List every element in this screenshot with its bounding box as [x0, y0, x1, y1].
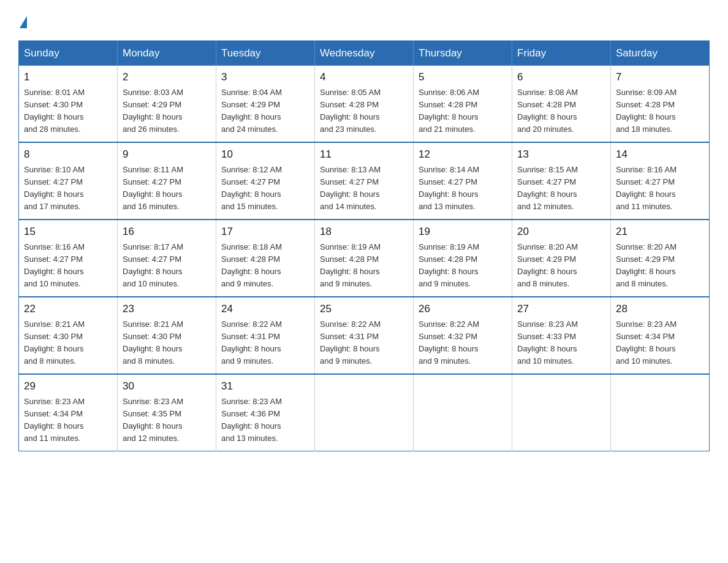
- calendar-cell: 11 Sunrise: 8:13 AMSunset: 4:27 PMDaylig…: [315, 142, 414, 220]
- page-header: [18, 12, 710, 28]
- header-tuesday: Tuesday: [216, 41, 315, 66]
- day-number: 16: [123, 224, 211, 240]
- day-info: Sunrise: 8:23 AMSunset: 4:35 PMDaylight:…: [123, 397, 183, 443]
- day-number: 5: [419, 69, 507, 85]
- day-number: 14: [616, 147, 704, 163]
- day-info: Sunrise: 8:18 AMSunset: 4:28 PMDaylight:…: [221, 242, 282, 288]
- day-number: 31: [221, 378, 309, 394]
- calendar-cell: 2 Sunrise: 8:03 AMSunset: 4:29 PMDayligh…: [118, 66, 216, 142]
- calendar-cell: [512, 374, 611, 451]
- calendar-table: SundayMondayTuesdayWednesdayThursdayFrid…: [18, 40, 710, 451]
- calendar-cell: 5 Sunrise: 8:06 AMSunset: 4:28 PMDayligh…: [414, 66, 512, 142]
- day-number: 12: [419, 147, 507, 163]
- day-info: Sunrise: 8:20 AMSunset: 4:29 PMDaylight:…: [517, 242, 578, 288]
- day-info: Sunrise: 8:16 AMSunset: 4:27 PMDaylight:…: [616, 165, 677, 211]
- day-info: Sunrise: 8:22 AMSunset: 4:31 PMDaylight:…: [221, 320, 282, 366]
- day-info: Sunrise: 8:01 AMSunset: 4:30 PMDaylight:…: [24, 88, 85, 134]
- day-number: 1: [24, 69, 112, 85]
- day-number: 6: [517, 69, 605, 85]
- day-number: 10: [221, 147, 309, 163]
- day-info: Sunrise: 8:08 AMSunset: 4:28 PMDaylight:…: [517, 88, 578, 134]
- day-number: 20: [517, 224, 605, 240]
- header-friday: Friday: [512, 41, 611, 66]
- day-info: Sunrise: 8:20 AMSunset: 4:29 PMDaylight:…: [616, 242, 677, 288]
- day-number: 8: [24, 147, 112, 163]
- day-number: 23: [123, 301, 211, 317]
- day-number: 2: [123, 69, 211, 85]
- day-number: 17: [221, 224, 309, 240]
- day-number: 27: [517, 301, 605, 317]
- day-number: 25: [320, 301, 408, 317]
- calendar-cell: 24 Sunrise: 8:22 AMSunset: 4:31 PMDaylig…: [216, 297, 315, 374]
- day-number: 24: [221, 301, 309, 317]
- day-number: 13: [517, 147, 605, 163]
- day-number: 22: [24, 301, 112, 317]
- day-info: Sunrise: 8:17 AMSunset: 4:27 PMDaylight:…: [123, 242, 183, 288]
- calendar-cell: 17 Sunrise: 8:18 AMSunset: 4:28 PMDaylig…: [216, 220, 315, 297]
- day-info: Sunrise: 8:23 AMSunset: 4:34 PMDaylight:…: [616, 320, 677, 366]
- calendar-cell: [414, 374, 512, 451]
- logo: [18, 12, 27, 28]
- calendar-cell: 1 Sunrise: 8:01 AMSunset: 4:30 PMDayligh…: [19, 66, 118, 142]
- day-number: 7: [616, 69, 704, 85]
- day-info: Sunrise: 8:21 AMSunset: 4:30 PMDaylight:…: [123, 320, 183, 366]
- calendar-week-row: 15 Sunrise: 8:16 AMSunset: 4:27 PMDaylig…: [19, 220, 710, 297]
- day-number: 28: [616, 301, 704, 317]
- day-info: Sunrise: 8:11 AMSunset: 4:27 PMDaylight:…: [123, 165, 183, 211]
- day-number: 3: [221, 69, 309, 85]
- calendar-header-row: SundayMondayTuesdayWednesdayThursdayFrid…: [19, 41, 710, 66]
- calendar-cell: [611, 374, 710, 451]
- day-number: 9: [123, 147, 211, 163]
- day-info: Sunrise: 8:21 AMSunset: 4:30 PMDaylight:…: [24, 320, 85, 366]
- calendar-cell: 31 Sunrise: 8:23 AMSunset: 4:36 PMDaylig…: [216, 374, 315, 451]
- calendar-cell: 15 Sunrise: 8:16 AMSunset: 4:27 PMDaylig…: [19, 220, 118, 297]
- day-info: Sunrise: 8:14 AMSunset: 4:27 PMDaylight:…: [419, 165, 479, 211]
- calendar-week-row: 29 Sunrise: 8:23 AMSunset: 4:34 PMDaylig…: [19, 374, 710, 451]
- calendar-cell: [315, 374, 414, 451]
- calendar-cell: 4 Sunrise: 8:05 AMSunset: 4:28 PMDayligh…: [315, 66, 414, 142]
- calendar-cell: 29 Sunrise: 8:23 AMSunset: 4:34 PMDaylig…: [19, 374, 118, 451]
- day-info: Sunrise: 8:09 AMSunset: 4:28 PMDaylight:…: [616, 88, 677, 134]
- calendar-cell: 16 Sunrise: 8:17 AMSunset: 4:27 PMDaylig…: [118, 220, 216, 297]
- calendar-week-row: 22 Sunrise: 8:21 AMSunset: 4:30 PMDaylig…: [19, 297, 710, 374]
- day-info: Sunrise: 8:16 AMSunset: 4:27 PMDaylight:…: [24, 242, 85, 288]
- day-info: Sunrise: 8:22 AMSunset: 4:31 PMDaylight:…: [320, 320, 381, 366]
- day-info: Sunrise: 8:12 AMSunset: 4:27 PMDaylight:…: [221, 165, 282, 211]
- logo-triangle-icon: [20, 16, 27, 28]
- calendar-cell: 22 Sunrise: 8:21 AMSunset: 4:30 PMDaylig…: [19, 297, 118, 374]
- day-number: 4: [320, 69, 408, 85]
- calendar-cell: 27 Sunrise: 8:23 AMSunset: 4:33 PMDaylig…: [512, 297, 611, 374]
- day-number: 21: [616, 224, 704, 240]
- calendar-cell: 18 Sunrise: 8:19 AMSunset: 4:28 PMDaylig…: [315, 220, 414, 297]
- calendar-cell: 6 Sunrise: 8:08 AMSunset: 4:28 PMDayligh…: [512, 66, 611, 142]
- calendar-cell: 19 Sunrise: 8:19 AMSunset: 4:28 PMDaylig…: [414, 220, 512, 297]
- calendar-cell: 3 Sunrise: 8:04 AMSunset: 4:29 PMDayligh…: [216, 66, 315, 142]
- day-info: Sunrise: 8:23 AMSunset: 4:33 PMDaylight:…: [517, 320, 578, 366]
- header-monday: Monday: [118, 41, 216, 66]
- header-wednesday: Wednesday: [315, 41, 414, 66]
- calendar-cell: 7 Sunrise: 8:09 AMSunset: 4:28 PMDayligh…: [611, 66, 710, 142]
- day-number: 11: [320, 147, 408, 163]
- day-info: Sunrise: 8:13 AMSunset: 4:27 PMDaylight:…: [320, 165, 381, 211]
- header-saturday: Saturday: [611, 41, 710, 66]
- calendar-cell: 21 Sunrise: 8:20 AMSunset: 4:29 PMDaylig…: [611, 220, 710, 297]
- calendar-cell: 10 Sunrise: 8:12 AMSunset: 4:27 PMDaylig…: [216, 142, 315, 220]
- day-number: 15: [24, 224, 112, 240]
- day-info: Sunrise: 8:10 AMSunset: 4:27 PMDaylight:…: [24, 165, 85, 211]
- day-info: Sunrise: 8:19 AMSunset: 4:28 PMDaylight:…: [320, 242, 381, 288]
- calendar-cell: 28 Sunrise: 8:23 AMSunset: 4:34 PMDaylig…: [611, 297, 710, 374]
- day-number: 30: [123, 378, 211, 394]
- calendar-cell: 25 Sunrise: 8:22 AMSunset: 4:31 PMDaylig…: [315, 297, 414, 374]
- day-info: Sunrise: 8:15 AMSunset: 4:27 PMDaylight:…: [517, 165, 578, 211]
- calendar-cell: 8 Sunrise: 8:10 AMSunset: 4:27 PMDayligh…: [19, 142, 118, 220]
- day-info: Sunrise: 8:23 AMSunset: 4:34 PMDaylight:…: [24, 397, 85, 443]
- calendar-cell: 20 Sunrise: 8:20 AMSunset: 4:29 PMDaylig…: [512, 220, 611, 297]
- calendar-cell: 13 Sunrise: 8:15 AMSunset: 4:27 PMDaylig…: [512, 142, 611, 220]
- day-info: Sunrise: 8:19 AMSunset: 4:28 PMDaylight:…: [419, 242, 479, 288]
- day-info: Sunrise: 8:05 AMSunset: 4:28 PMDaylight:…: [320, 88, 381, 134]
- calendar-cell: 12 Sunrise: 8:14 AMSunset: 4:27 PMDaylig…: [414, 142, 512, 220]
- day-info: Sunrise: 8:06 AMSunset: 4:28 PMDaylight:…: [419, 88, 479, 134]
- calendar-cell: 26 Sunrise: 8:22 AMSunset: 4:32 PMDaylig…: [414, 297, 512, 374]
- day-info: Sunrise: 8:03 AMSunset: 4:29 PMDaylight:…: [123, 88, 183, 134]
- calendar-cell: 23 Sunrise: 8:21 AMSunset: 4:30 PMDaylig…: [118, 297, 216, 374]
